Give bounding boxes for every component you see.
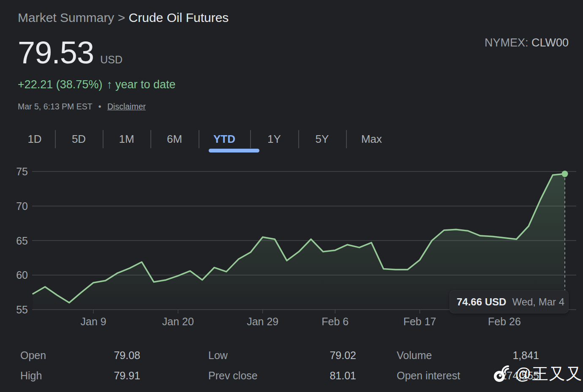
stat-prev-close-value: 81.01 xyxy=(293,370,356,382)
stat-open-interest-label: Open interest xyxy=(397,370,460,382)
quote-timestamp: Mar 5, 6:13 PM EST xyxy=(18,102,92,111)
exchange-ticker: NYMEX: CLW00 xyxy=(485,36,569,49)
tab-1m[interactable]: 1M xyxy=(103,128,150,150)
svg-text:Feb 26: Feb 26 xyxy=(488,316,521,327)
tab-5d[interactable]: 5D xyxy=(55,128,103,150)
exchange-label: NYMEX: xyxy=(485,36,529,49)
current-price: 79.53 xyxy=(18,37,94,68)
disclaimer-link[interactable]: Disclaimer xyxy=(107,102,146,111)
tab-divider xyxy=(103,130,104,148)
stat-prev-close-label: Prev close xyxy=(208,370,258,382)
tab-divider xyxy=(55,130,56,148)
tab-divider xyxy=(298,130,299,148)
tab-divider xyxy=(199,130,199,148)
tab-ytd[interactable]: YTD xyxy=(199,128,250,150)
svg-text:Feb 17: Feb 17 xyxy=(403,316,436,327)
svg-text:75: 75 xyxy=(16,166,28,177)
svg-text:55: 55 xyxy=(16,304,28,316)
last-price-dot xyxy=(562,171,568,177)
tooltip-price: 74.66 USD xyxy=(457,296,506,308)
change-period: year to date xyxy=(115,78,176,91)
svg-text:Jan 20: Jan 20 xyxy=(162,316,194,327)
stat-high-value: 79.91 xyxy=(77,370,140,382)
svg-text:Jan 9: Jan 9 xyxy=(81,316,106,327)
watermark: @王又又 xyxy=(491,362,583,386)
weibo-logo-icon xyxy=(491,364,514,384)
stat-open-value: 79.08 xyxy=(77,349,140,362)
svg-text:Feb 6: Feb 6 xyxy=(321,316,349,327)
breadcrumb-current: Crude Oil Futures xyxy=(129,11,229,24)
area-fill xyxy=(33,174,565,310)
tab-1y[interactable]: 1Y xyxy=(250,128,298,150)
price-currency: USD xyxy=(100,54,123,66)
svg-text:65: 65 xyxy=(16,235,28,247)
change-value: +22.21 (38.75%) xyxy=(18,78,102,91)
tab-6m[interactable]: 6M xyxy=(150,128,199,150)
svg-text:Jan 29: Jan 29 xyxy=(247,316,278,327)
svg-text:60: 60 xyxy=(16,269,28,281)
up-arrow-icon: ↑ xyxy=(106,78,112,91)
stat-low-value: 79.02 xyxy=(293,349,356,362)
breadcrumb-market-summary[interactable]: Market Summary xyxy=(18,11,114,24)
svg-text:70: 70 xyxy=(16,200,28,212)
tab-divider xyxy=(346,130,347,148)
stat-high-label: High xyxy=(20,370,42,382)
price-change: +22.21 (38.75%)↑year to date xyxy=(18,78,175,91)
stat-low-label: Low xyxy=(208,349,228,362)
tab-divider xyxy=(250,130,251,148)
dot-separator: • xyxy=(98,102,101,111)
range-tabbar: 1D 5D 1M 6M YTD 1Y 5Y Max xyxy=(0,128,583,153)
watermark-text: @王又又 xyxy=(515,363,583,385)
stat-open-label: Open xyxy=(20,349,46,362)
current-price-row: 79.53 USD xyxy=(18,37,123,68)
tooltip-date: Wed, Mar 4 xyxy=(512,296,564,308)
tab-divider xyxy=(150,130,151,148)
tab-max[interactable]: Max xyxy=(346,128,397,150)
breadcrumb: Market Summary > Crude Oil Futures xyxy=(18,11,229,25)
ticker-symbol: CLW00 xyxy=(531,36,569,49)
breadcrumb-separator-icon: > xyxy=(118,11,129,24)
tab-5y[interactable]: 5Y xyxy=(298,128,346,150)
stat-volume-value: 1,841 xyxy=(476,349,539,362)
active-tab-indicator xyxy=(209,149,259,152)
tab-1d[interactable]: 1D xyxy=(14,128,55,150)
chart-tooltip: 74.66 USD Wed, Mar 4 xyxy=(450,290,569,313)
quote-timestamp-row: Mar 5, 6:13 PM EST • Disclaimer xyxy=(18,102,146,112)
stat-volume-label: Volume xyxy=(397,349,432,362)
